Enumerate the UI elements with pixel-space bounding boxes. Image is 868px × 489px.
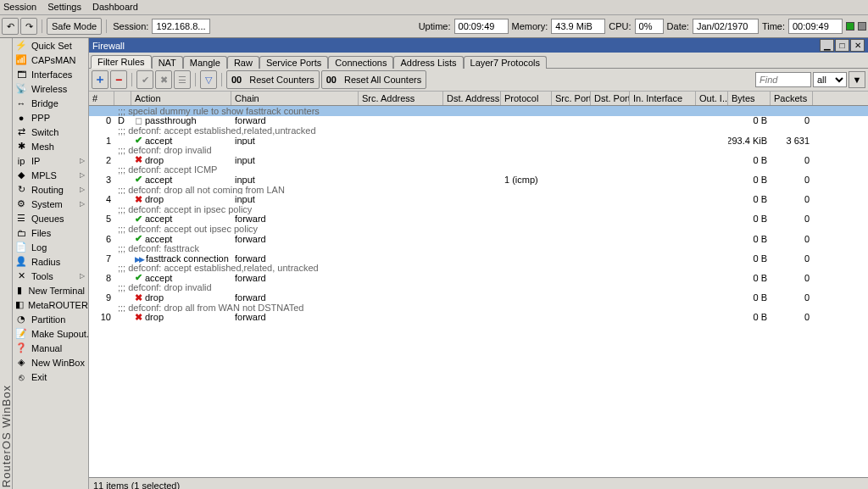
- rule-row[interactable]: 4dropinput0 B0: [89, 194, 868, 204]
- rule-row[interactable]: 1acceptinput293.4 KiB3 631: [89, 136, 868, 146]
- add-button[interactable]: ＋: [92, 70, 108, 89]
- sidebar-item-capsman[interactable]: 📶CAPsMAN: [12, 53, 88, 67]
- sidebar-icon: 👤: [15, 256, 27, 268]
- column-header[interactable]: [114, 92, 131, 105]
- column-header[interactable]: Chain: [231, 92, 359, 105]
- sidebar-item-quick-set[interactable]: ⚡Quick Set: [12, 38, 88, 53]
- sidebar-item-metarouter[interactable]: ◧MetaROUTER: [12, 297, 88, 312]
- action-icon: [135, 234, 145, 244]
- sidebar-item-files[interactable]: 🗀Files: [12, 225, 88, 240]
- sidebar-item-bridge[interactable]: ↔Bridge: [12, 96, 88, 110]
- comment-row[interactable]: ;;; defconf: accept in ipsec policy: [89, 204, 868, 214]
- sidebar-icon: ↔: [15, 97, 27, 109]
- window-titlebar[interactable]: Firewall ▁ □ ✕: [89, 38, 868, 53]
- sidebar-item-manual[interactable]: ❓Manual: [12, 341, 88, 355]
- tab-nat[interactable]: NAT: [152, 56, 183, 69]
- comment-row[interactable]: ;;; defconf: drop all not coming from LA…: [89, 185, 868, 195]
- rule-row[interactable]: 2dropinput0 B0: [89, 155, 868, 165]
- column-header[interactable]: #: [89, 92, 114, 105]
- window-min-button[interactable]: ▁: [820, 39, 834, 52]
- sidebar-item-new-winbox[interactable]: ◈New WinBox: [12, 355, 88, 370]
- enable-button[interactable]: ✔: [136, 70, 153, 89]
- sidebar-item-log[interactable]: 📄Log: [12, 240, 88, 254]
- filter-button[interactable]: ▽: [200, 70, 217, 89]
- sidebar-item-system[interactable]: ⚙System▷: [12, 197, 88, 211]
- comment-row[interactable]: ;;; defconf: accept established,related,…: [89, 264, 868, 274]
- tab-layer7-protocols[interactable]: Layer7 Protocols: [464, 56, 548, 69]
- column-header[interactable]: Dst. Address: [443, 92, 501, 105]
- sidebar-item-queues[interactable]: ☰Queues: [12, 211, 88, 225]
- comment-text: ;;; defconf: drop all from WAN not DSTNA…: [114, 303, 868, 313]
- reset-all-counters-button[interactable]: 00 Reset All Counters: [321, 70, 426, 89]
- sidebar-item-mpls[interactable]: ◆MPLS▷: [12, 168, 88, 182]
- rule-row[interactable]: 8acceptforward0 B0: [89, 273, 868, 283]
- grid-header[interactable]: #ActionChainSrc. AddressDst. AddressProt…: [89, 92, 868, 106]
- column-header[interactable]: Bytes: [728, 92, 771, 105]
- tab-filter-rules[interactable]: Filter Rules: [91, 55, 152, 69]
- column-header[interactable]: In. Interface: [630, 92, 696, 105]
- disable-button[interactable]: ✖: [155, 70, 172, 89]
- comment-row[interactable]: ;;; defconf: accept established,related,…: [89, 125, 868, 136]
- memory-label: Memory:: [510, 21, 550, 31]
- sidebar-item-make-supout-rif[interactable]: 📝Make Supout.rif: [12, 326, 88, 341]
- sidebar-item-ip[interactable]: ipIP▷: [12, 153, 88, 168]
- tab-service-ports[interactable]: Service Ports: [259, 56, 328, 69]
- grid-body[interactable]: ;;; special dummy rule to show fasttrack…: [89, 106, 868, 477]
- sidebar-item-mesh[interactable]: ✱Mesh: [12, 139, 88, 153]
- window-max-button[interactable]: □: [835, 39, 849, 52]
- window-close-button[interactable]: ✕: [850, 39, 865, 52]
- comment-row[interactable]: ;;; special dummy rule to show fasttrack…: [89, 106, 868, 116]
- sidebar-item-exit[interactable]: ⎋Exit: [12, 370, 88, 384]
- comment-row[interactable]: ;;; defconf: accept out ipsec policy: [89, 224, 868, 234]
- funnel-button[interactable]: ▼: [849, 71, 865, 88]
- sidebar-item-routing[interactable]: ↻Routing▷: [12, 182, 88, 197]
- reset-counters-button[interactable]: 00 Reset Counters: [226, 70, 320, 89]
- rule-row[interactable]: 6acceptforward0 B0: [89, 234, 868, 244]
- column-header[interactable]: Protocol: [501, 92, 552, 105]
- find-input[interactable]: [755, 72, 811, 87]
- rule-row[interactable]: 10dropforward0 B0: [89, 312, 868, 322]
- rule-row[interactable]: 5acceptforward0 B0: [89, 214, 868, 225]
- sidebar-item-wireless[interactable]: 📡Wireless: [12, 81, 88, 96]
- redo-button[interactable]: ↷: [20, 18, 37, 35]
- tab-connections[interactable]: Connections: [328, 56, 393, 69]
- column-header[interactable]: Src. Address: [359, 92, 443, 105]
- comment-row[interactable]: ;;; defconf: accept ICMP: [89, 165, 868, 175]
- column-header[interactable]: Action: [131, 92, 231, 105]
- sidebar-item-ppp[interactable]: ●PPP: [12, 110, 88, 125]
- sidebar-item-interfaces[interactable]: 🗔Interfaces: [12, 67, 88, 81]
- safe-mode-button[interactable]: Safe Mode: [47, 18, 102, 35]
- sidebar-icon: ⎋: [15, 371, 27, 383]
- sidebar-item-tools[interactable]: ✕Tools▷: [12, 269, 88, 283]
- sidebar-item-new-terminal[interactable]: ▮New Terminal: [12, 283, 88, 297]
- rule-row[interactable]: 9dropforward0 B0: [89, 292, 868, 303]
- column-header[interactable]: Dst. Port: [591, 92, 630, 105]
- comment-row[interactable]: ;;; defconf: drop invalid: [89, 283, 868, 293]
- tab-address-lists[interactable]: Address Lists: [393, 56, 463, 69]
- comment-row[interactable]: ;;; defconf: drop all from WAN not DSTNA…: [89, 303, 868, 313]
- menu-session[interactable]: Session: [3, 2, 36, 12]
- sidebar-item-partition[interactable]: ◔Partition: [12, 312, 88, 326]
- uptime-label: Uptime:: [417, 21, 453, 31]
- sidebar-icon: 📝: [15, 328, 27, 340]
- undo-button[interactable]: ↶: [2, 18, 19, 35]
- column-header[interactable]: Packets: [771, 92, 813, 105]
- submenu-icon: ▷: [80, 200, 85, 208]
- column-header[interactable]: Src. Port: [552, 92, 591, 105]
- remove-button[interactable]: −: [110, 70, 127, 89]
- comment-row[interactable]: ;;; defconf: drop invalid: [89, 145, 868, 155]
- tab-raw[interactable]: Raw: [227, 56, 259, 69]
- filter-select[interactable]: all: [813, 72, 847, 87]
- tab-mangle[interactable]: Mangle: [183, 56, 227, 69]
- sidebar-icon: 🗀: [15, 227, 27, 239]
- comment-button[interactable]: ☰: [174, 70, 191, 89]
- sidebar-item-switch[interactable]: ⇄Switch: [12, 125, 88, 139]
- menu-settings[interactable]: Settings: [47, 2, 81, 12]
- sidebar-item-radius[interactable]: 👤Radius: [12, 254, 88, 269]
- comment-row[interactable]: ;;; defconf: fasttrack: [89, 243, 868, 253]
- rule-row[interactable]: 3acceptinput1 (icmp)0 B0: [89, 175, 868, 185]
- rule-row[interactable]: 7fasttrack connectionforward0 B0: [89, 253, 868, 264]
- menu-dashboard[interactable]: Dashboard: [92, 2, 138, 12]
- column-header[interactable]: Out. I...: [696, 92, 728, 105]
- rule-row[interactable]: 0Dpassthroughforward0 B0: [89, 116, 868, 126]
